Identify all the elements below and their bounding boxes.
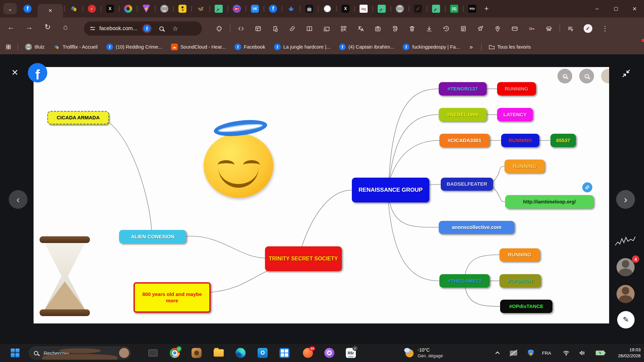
node-tengri137[interactable]: #TENGRI137 bbox=[439, 82, 487, 96]
node-iamtimeloop-url[interactable]: http://iamtimeloop.org/ bbox=[505, 195, 594, 208]
node-opdistance[interactable]: #OPdisTANCE bbox=[500, 300, 552, 313]
exit-fullscreen-icon[interactable] bbox=[622, 69, 631, 79]
tab-bluesky[interactable]: 🦋 bbox=[197, 5, 205, 13]
table-icon[interactable] bbox=[250, 25, 267, 32]
node-badselfeater[interactable]: BADSELFEATER bbox=[441, 178, 493, 191]
taskbar-app-tan[interactable] bbox=[191, 348, 202, 358]
close-window-button[interactable]: ✕ bbox=[625, 0, 644, 17]
qr-code-icon[interactable] bbox=[335, 25, 352, 32]
tray-battery[interactable]: ϟ bbox=[596, 344, 604, 362]
tab-search-button[interactable]: ⌄ bbox=[3, 3, 17, 14]
taskbar-app-monitor[interactable] bbox=[148, 348, 158, 358]
taskbar-app-orange[interactable]: 03 bbox=[303, 348, 313, 358]
reading-list-icon[interactable] bbox=[301, 25, 318, 32]
search-icon[interactable] bbox=[159, 26, 164, 31]
tab-theater-masks[interactable]: 🎭 bbox=[70, 5, 78, 13]
bookmark-facebook[interactable]: fFacebook bbox=[234, 44, 265, 50]
taskbar-app-purple[interactable] bbox=[324, 348, 335, 358]
bookmark-trollflix[interactable]: 🎭Trollflix - Accueil bbox=[53, 44, 98, 50]
node-running-badselfeater[interactable]: RUNNING bbox=[504, 160, 545, 173]
history-icon[interactable] bbox=[438, 25, 455, 32]
bookmark-fuckingpedospy[interactable]: ffuckingpedospy | Fa... bbox=[403, 44, 460, 50]
compose-button[interactable]: ✎ bbox=[617, 311, 635, 328]
link-bubble-icon[interactable] bbox=[582, 182, 592, 192]
zoom-out-button[interactable]: − bbox=[579, 69, 594, 83]
incognito-icon[interactable] bbox=[540, 25, 557, 32]
tab-white-ring[interactable] bbox=[323, 5, 331, 13]
tab-s-bracket[interactable]: [S] bbox=[450, 5, 458, 13]
weather-widget[interactable]: -10°C Gén. dégagé bbox=[404, 344, 443, 362]
node-nebel1999[interactable]: #NEBEL1999 bbox=[439, 108, 487, 121]
taskbar-app-chrome[interactable]: ✓ bbox=[169, 348, 180, 358]
browser-menu-kebab[interactable]: ⋮ bbox=[596, 24, 613, 33]
bookmark-captain-ibrahim[interactable]: f(4) Captain Ibrahim... bbox=[339, 44, 394, 50]
bookmarks-overflow-chevron[interactable]: » bbox=[470, 44, 473, 51]
reload-button[interactable]: ↻ bbox=[42, 23, 53, 32]
clock-widget[interactable]: 19:03 26/02/2026 bbox=[618, 344, 641, 362]
minimize-button[interactable]: – bbox=[588, 0, 606, 17]
node-renaissance-group[interactable]: RENAISSANCE GROUP bbox=[352, 178, 429, 202]
node-65537[interactable]: 65537 bbox=[550, 134, 576, 147]
facebook-logo[interactable]: f bbox=[28, 63, 47, 82]
location-pin-icon[interactable] bbox=[489, 25, 506, 32]
tray-volume[interactable] bbox=[579, 344, 586, 362]
tab-facebook-2[interactable]: f bbox=[269, 5, 277, 13]
dev-code-icon[interactable] bbox=[232, 25, 250, 32]
node-running-thegame[interactable]: RUNNING bbox=[499, 248, 540, 261]
download-icon[interactable] bbox=[421, 25, 438, 32]
node-cicada3301[interactable]: #CICADA3301 bbox=[439, 134, 490, 147]
tab-fist-mic-3[interactable]: 🎤 bbox=[432, 5, 440, 13]
sparkle-star-icon[interactable] bbox=[472, 25, 489, 32]
bookmark-la-jungle[interactable]: fLa jungle hardcore |... bbox=[274, 44, 330, 50]
tab-red-chat[interactable]: ✓ bbox=[88, 5, 96, 13]
tab-keyhole[interactable] bbox=[178, 5, 186, 13]
node-cicada-armada[interactable]: CICADA ARMADA bbox=[47, 111, 109, 124]
tab-vk[interactable]: VK bbox=[251, 5, 259, 13]
taskbar-search[interactable]: Rechercher bbox=[29, 347, 131, 359]
password-key-icon[interactable] bbox=[523, 25, 540, 32]
active-tab[interactable]: ✕ bbox=[38, 4, 63, 17]
activity-sparkline[interactable] bbox=[614, 235, 636, 249]
node-running-tengri[interactable]: RUNNING bbox=[497, 82, 536, 96]
link-icon[interactable] bbox=[284, 25, 301, 32]
extensions-puzzle-icon[interactable] bbox=[211, 25, 228, 32]
profile-avatar-check[interactable]: ✓ bbox=[579, 24, 596, 33]
tray-security-shield[interactable] bbox=[528, 344, 534, 362]
translate-icon[interactable] bbox=[352, 25, 369, 32]
zoom-in-button[interactable]: + bbox=[557, 69, 572, 83]
language-indicator[interactable]: FRA bbox=[542, 344, 551, 362]
tab-nike[interactable]: ✓ bbox=[414, 5, 422, 13]
previous-photo-button[interactable]: ‹ bbox=[9, 190, 28, 209]
bookmark-8lulz[interactable]: 8lulz bbox=[25, 44, 45, 50]
tab-vivaldi[interactable]: ⚡ bbox=[142, 5, 150, 13]
maximize-button[interactable] bbox=[606, 0, 625, 17]
lens-camera-icon[interactable] bbox=[369, 25, 386, 32]
tab-iag[interactable]: iag bbox=[360, 5, 368, 13]
chat-avatar-2[interactable] bbox=[616, 285, 635, 303]
node-anonscollective[interactable]: anonscollective.com bbox=[439, 221, 515, 234]
tray-chevron-up[interactable] bbox=[496, 344, 499, 362]
tab-fist-mic-2[interactable]: 🎤 bbox=[378, 5, 386, 13]
tab-x-twitter[interactable]: X bbox=[106, 5, 114, 13]
tab-robot-chat[interactable]: 🤖 bbox=[305, 5, 313, 13]
node-thegame23[interactable]: #THEGAME23 bbox=[439, 274, 490, 288]
bookmark-redding-crime[interactable]: f(10) Redding Crime... bbox=[106, 44, 162, 50]
pinned-tab-facebook[interactable]: f bbox=[23, 5, 32, 13]
chat-avatar-1[interactable] bbox=[616, 258, 635, 276]
node-alien-conexion[interactable]: ALIEN CONEXION bbox=[119, 230, 186, 243]
tab-x-twitter-2[interactable]: X bbox=[341, 5, 350, 13]
delete-icon[interactable] bbox=[404, 25, 421, 32]
taskbar-app-explorer[interactable] bbox=[213, 348, 224, 358]
new-tab-button[interactable]: + bbox=[484, 4, 489, 13]
tab-3k-badge[interactable]: 3k+ bbox=[233, 5, 241, 13]
node-running-cicada[interactable]: RUNNING bbox=[501, 134, 539, 147]
apps-grid-icon[interactable] bbox=[5, 44, 11, 50]
cast-icon[interactable] bbox=[318, 25, 335, 32]
address-bar[interactable]: facebook.com... f ☆ bbox=[84, 21, 202, 36]
print-icon[interactable] bbox=[386, 25, 404, 32]
taskbar-app-store[interactable] bbox=[279, 348, 290, 358]
forward-button[interactable]: → bbox=[23, 23, 35, 32]
start-button[interactable] bbox=[11, 349, 19, 357]
node-800-years-old[interactable]: 800 years old and maybe more bbox=[133, 282, 211, 313]
taskbar-app-outlook[interactable]: O bbox=[257, 348, 268, 358]
